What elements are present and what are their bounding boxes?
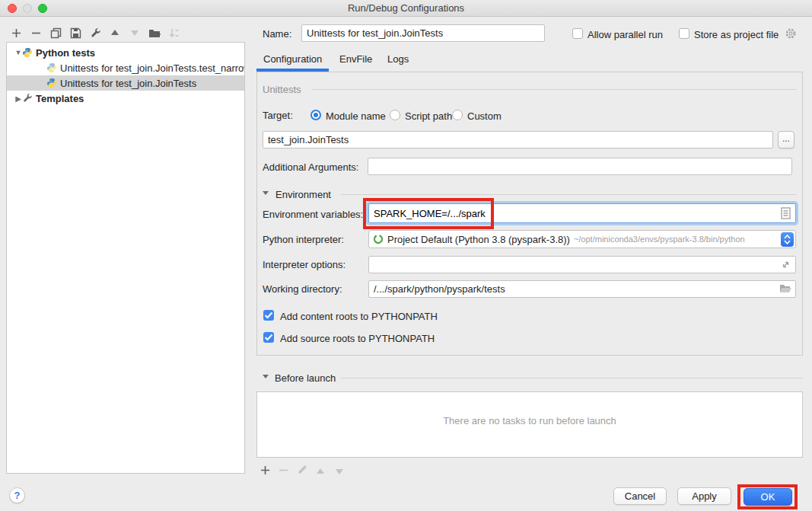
cancel-button[interactable]: Cancel xyxy=(613,487,667,505)
store-as-project-file-label: Store as project file xyxy=(694,29,779,40)
add-content-roots-checkbox[interactable] xyxy=(263,310,274,321)
tree-item-unittests-test-narrow[interactable]: Unittests for test_join.JoinTests.test_n… xyxy=(7,60,244,75)
additional-arguments-label: Additional Arguments: xyxy=(263,161,358,173)
run-debug-configurations-dialog: Run/Debug Configurations xyxy=(0,0,812,511)
group-divider xyxy=(312,89,797,90)
chevron-right-icon[interactable]: ▶ xyxy=(14,94,22,103)
before-launch-empty-message: There are no tasks to run before launch xyxy=(257,415,802,426)
allow-parallel-run-checkbox[interactable] xyxy=(572,28,583,39)
environment-variables-input[interactable] xyxy=(368,203,796,223)
tab-logs[interactable]: Logs xyxy=(387,53,409,65)
help-button[interactable]: ? xyxy=(9,487,25,503)
additional-arguments-input[interactable] xyxy=(368,158,792,175)
edit-pencil-icon xyxy=(296,465,308,477)
apply-button[interactable]: Apply xyxy=(677,487,731,505)
python-interpreter-value: Project Default (Python 3.8 (pyspark-3.8… xyxy=(387,234,570,245)
environment-section-title: Environment xyxy=(275,189,331,200)
tree-item-label: Templates xyxy=(36,93,84,104)
gear-icon[interactable] xyxy=(785,27,797,40)
working-directory-label: Working directory: xyxy=(263,283,342,295)
expand-field-icon[interactable] xyxy=(781,260,791,270)
move-up-icon[interactable] xyxy=(109,27,121,39)
section-divider xyxy=(341,194,797,195)
title-bar: Run/Debug Configurations xyxy=(0,0,812,17)
tree-item-label: Python tests xyxy=(36,47,95,59)
section-divider xyxy=(341,378,803,378)
browse-button[interactable]: ... xyxy=(778,131,794,149)
add-content-roots-label: Add content roots to PYTHONPATH xyxy=(280,311,438,322)
add-task-icon[interactable] xyxy=(259,465,271,477)
sort-alphabetically-icon xyxy=(168,27,180,39)
tab-configuration[interactable]: Configuration xyxy=(263,53,322,65)
move-down-icon xyxy=(129,27,141,39)
interpreter-options-label: Interpreter options: xyxy=(263,259,345,270)
remove-task-icon xyxy=(277,465,289,477)
tree-item-templates[interactable]: ▶ Templates xyxy=(7,91,244,106)
target-label: Target: xyxy=(263,110,293,121)
target-module-name-label: Module name xyxy=(326,110,386,122)
tree-item-label: Unittests for test_join.JoinTests xyxy=(60,78,196,89)
ok-button[interactable]: OK xyxy=(744,488,792,506)
python-interpreter-label: Python interpreter: xyxy=(263,234,344,245)
browse-variables-icon[interactable] xyxy=(781,207,791,219)
name-label: Name: xyxy=(263,28,291,40)
allow-parallel-run-label: Allow parallel run xyxy=(588,29,663,40)
python-interpreter-select[interactable]: Project Default (Python 3.8 (pyspark-3.8… xyxy=(368,230,796,248)
before-launch-collapse-icon[interactable] xyxy=(263,375,269,378)
interpreter-options-input[interactable] xyxy=(368,256,796,273)
python-icon xyxy=(22,47,33,58)
save-icon[interactable] xyxy=(69,27,81,39)
before-launch-task-list: There are no tasks to run before launch xyxy=(256,391,803,458)
python-interpreter-path: ~/opt/miniconda3/envs/pyspark-3.8/bin/py… xyxy=(574,235,795,244)
edit-templates-wrench-icon[interactable] xyxy=(89,27,101,39)
tree-item-unittests-jointests[interactable]: Unittests for test_join.JoinTests xyxy=(7,75,244,91)
name-input[interactable] xyxy=(301,24,545,42)
unittests-group-title: Unittests xyxy=(263,84,301,95)
target-custom-label: Custom xyxy=(467,110,502,122)
target-script-path-label: Script path xyxy=(405,110,452,122)
chevron-down-icon[interactable]: ▼ xyxy=(14,49,22,56)
interpreter-stepper-icon[interactable] xyxy=(781,232,794,247)
target-module-input[interactable] xyxy=(263,131,773,149)
configurations-toolbar xyxy=(10,25,180,40)
working-directory-input[interactable] xyxy=(368,280,796,298)
store-as-project-file-checkbox[interactable] xyxy=(679,28,689,39)
tree-item-label: Unittests for test_join.JoinTests.test_n… xyxy=(60,62,244,74)
folder-icon[interactable] xyxy=(779,283,792,294)
move-task-up-icon xyxy=(314,466,326,478)
environment-collapse-icon[interactable] xyxy=(263,191,269,195)
python-icon xyxy=(46,62,57,73)
target-module-name-radio[interactable] xyxy=(310,110,321,120)
new-folder-icon[interactable] xyxy=(148,27,161,39)
add-source-roots-label: Add source roots to PYTHONPATH xyxy=(280,333,435,344)
window-title: Run/Debug Configurations xyxy=(0,2,812,14)
tree-item-python-tests[interactable]: ▼ Python tests xyxy=(7,45,244,60)
wrench-icon xyxy=(22,93,33,104)
add-icon[interactable] xyxy=(10,27,22,39)
configurations-tree: ▼ Python tests Unittests for test_join.J… xyxy=(6,42,245,474)
environment-variables-label: Environment variables: xyxy=(263,209,363,220)
copy-icon[interactable] xyxy=(49,27,62,39)
remove-icon[interactable] xyxy=(30,27,42,39)
add-source-roots-checkbox[interactable] xyxy=(263,332,274,343)
move-task-down-icon xyxy=(333,466,345,478)
target-custom-radio[interactable] xyxy=(452,110,463,120)
conda-ring-icon xyxy=(373,234,384,244)
tab-envfile[interactable]: EnvFile xyxy=(339,53,372,65)
before-launch-section-title: Before launch xyxy=(275,372,336,384)
python-icon xyxy=(46,78,57,88)
target-script-path-radio[interactable] xyxy=(390,110,400,120)
